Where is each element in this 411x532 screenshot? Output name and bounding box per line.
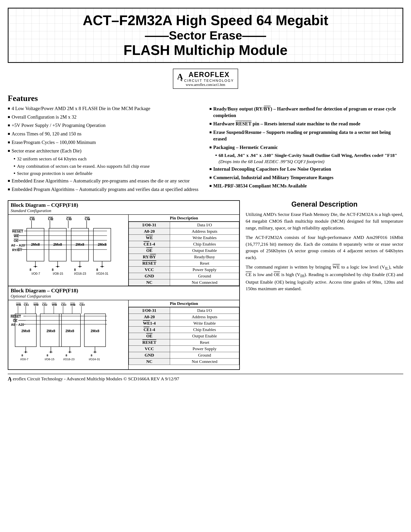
bullet-r5: ■ <box>209 166 212 171</box>
lower-section: Block Diagram – CQFP(F18) Standard Confi… <box>8 200 403 370</box>
block-diagram-1: Block Diagram – CQFP(F18) Standard Confi… <box>8 200 240 286</box>
svg-text:I/O24-31: I/O24-31 <box>89 358 100 361</box>
svg-text:CE: CE <box>42 303 46 306</box>
svg-text:8: 8 <box>21 354 23 357</box>
bullet-7: ■ <box>8 178 10 183</box>
pin-name: A0-20 <box>129 314 170 320</box>
pin-name: WE1-4 <box>129 320 170 327</box>
pin-name: VCC <box>129 266 170 273</box>
bd2-inner: WE 1 CE 1 WE 2 CE 2 WE 3 CE 3 WE 4 <box>8 300 239 369</box>
sub-item-1: ● 32 uniform sectors of 64 Kbytes each <box>14 156 202 162</box>
svg-text:8: 8 <box>91 354 92 357</box>
svg-text:2Mx8: 2Mx8 <box>31 243 40 247</box>
table-row: WE Write Enables <box>129 235 239 241</box>
diagrams-col: Block Diagram – CQFP(F18) Standard Confi… <box>8 200 240 370</box>
bd1-pin-header: Pin Description <box>129 215 239 222</box>
pin-desc: Reset <box>170 260 239 266</box>
feature-item-3: ■ +5V Power Supply / +5V Programing Oper… <box>8 122 202 129</box>
pin-desc: Ready/Busy <box>170 254 239 260</box>
bd2-title: Block Diagram – CQFP(F18) <box>8 286 239 294</box>
sub-bullet-3: ● <box>14 171 16 175</box>
svg-text:WE: WE <box>14 234 19 238</box>
pin-desc: Power Supply <box>170 266 239 273</box>
features-left-col: Features ■ 4 Low Voltage/Power AMD 2M x … <box>8 94 202 195</box>
pin-desc: Address Inputs <box>170 314 239 320</box>
svg-text:2Mx8: 2Mx8 <box>65 329 74 333</box>
table-row: OE Output Enable <box>129 247 239 254</box>
table-row: WE1-4 Write Enable <box>129 320 239 327</box>
pin-name: OE <box>129 333 170 339</box>
pin-name: GND <box>129 352 170 359</box>
block-diagram-2: Block Diagram – CQFP(F18) Optional Confi… <box>8 286 240 370</box>
pin-name: A0-20 <box>129 228 170 235</box>
pin-desc: Data I/O <box>170 307 239 314</box>
title-line2: ——Sector Erase—— <box>14 28 397 42</box>
general-desc-para-3: The command register is written by bring… <box>246 264 403 292</box>
feature-item-r3: ■ Erase Suspend/Resume – Supports readin… <box>209 129 403 142</box>
svg-marker-41 <box>57 266 58 268</box>
bd1-diagram-left: CE 1 CE 2 CE 3 CE 4 RESE <box>8 215 129 286</box>
feature-item-5: ■ Erase/Program Cycles – 100,000 Minimum <box>8 139 202 146</box>
svg-text:8: 8 <box>47 354 48 357</box>
svg-text:8: 8 <box>65 354 67 357</box>
svg-text:8: 8 <box>52 268 54 271</box>
table-row: VCC Power Supply <box>129 346 239 352</box>
svg-text:A0 – A20: A0 – A20 <box>11 244 25 247</box>
svg-text:CE: CE <box>79 303 84 306</box>
sub-item-3: ● Sector group protection is user defina… <box>14 171 202 176</box>
footer-text: eroflex Circuit Technology - Advanced Mu… <box>13 376 179 381</box>
table-row: GND Ground <box>129 273 239 279</box>
svg-text:3: 3 <box>56 304 57 306</box>
logo-url: www.aeroflex.com/act1.htm <box>177 83 234 87</box>
svg-text:2Mx8: 2Mx8 <box>75 243 84 247</box>
bullet-4: ■ <box>8 131 10 136</box>
table-row: RY/BY Ready/Busy <box>129 254 239 260</box>
sub-bullet-2: ● <box>14 164 16 168</box>
bullet-r1: ■ <box>209 106 212 111</box>
table-row: OE Output Enable <box>129 333 239 339</box>
svg-text:4: 4 <box>89 218 90 221</box>
table-row: GND Ground <box>129 352 239 359</box>
table-row: I/O0-31 Data I/O <box>129 222 239 228</box>
table-row: RESET Reset <box>129 260 239 266</box>
svg-text:4: 4 <box>74 304 75 306</box>
svg-text:2Mx8: 2Mx8 <box>21 329 30 333</box>
bd1-svg: CE 1 CE 2 CE 3 CE 4 RESE <box>10 217 126 277</box>
bd1-subtitle: Standard Configuration <box>8 208 239 214</box>
feature-item-6: ■ Sector erase architecture (Each Die) <box>8 148 202 154</box>
pin-desc: Ground <box>170 352 239 359</box>
bullet-5: ■ <box>8 140 10 145</box>
svg-text:3: 3 <box>70 218 72 221</box>
sub-item-2: ● Any combination of sectors can be eras… <box>14 163 202 169</box>
general-desc-para-2: The ACT-F2M32A consists of four high-per… <box>246 234 403 261</box>
feature-item-r2: ■ Hardware RESET pin – Resets internal s… <box>209 121 403 127</box>
table-row: I/O0-31 Data I/O <box>129 307 239 314</box>
svg-text:8: 8 <box>30 268 31 271</box>
svg-marker-116 <box>94 352 96 353</box>
feature-item-r4: ■ Packaging – Hermetic Ceramic <box>209 144 403 151</box>
pin-desc: Not Connected <box>170 279 239 286</box>
pin-name: GND <box>129 273 170 279</box>
pin-name: NC <box>129 359 170 365</box>
general-desc-title: General Description <box>246 200 403 208</box>
bd2-pin-table-area: Pin Description I/O0-31 Data I/O A0-20 A… <box>129 300 239 369</box>
bd1-pin-table: I/O0-31 Data I/O A0-20 Address Inputs WE… <box>129 222 239 286</box>
bd2-diagram-left: WE 1 CE 1 WE 2 CE 2 WE 3 CE 3 WE 4 <box>8 300 129 369</box>
svg-text:CE: CE <box>24 303 28 306</box>
svg-text:CE: CE <box>61 303 65 306</box>
pin-desc: Write Enable <box>170 320 239 327</box>
logo-box: Ą AEROFLEX CIRCUIT TECHNOLOGY www.aerofl… <box>173 69 238 89</box>
svg-text:I/O0-7: I/O0-7 <box>31 272 40 275</box>
svg-text:RESET: RESET <box>11 315 21 318</box>
svg-marker-36 <box>35 266 36 268</box>
pin-desc: Chip Enables <box>170 241 239 247</box>
bullet-r7: ■ <box>209 183 212 189</box>
svg-marker-51 <box>101 266 103 268</box>
svg-marker-106 <box>50 352 52 353</box>
svg-marker-46 <box>79 266 81 268</box>
bullet-r3: ■ <box>209 130 212 135</box>
title-line3: FLASH Multichip Module <box>14 42 397 58</box>
header-logo-area: Ą AEROFLEX CIRCUIT TECHNOLOGY www.aerofl… <box>8 69 403 89</box>
table-row: VCC Power Supply <box>129 266 239 273</box>
svg-text:I/O24-31: I/O24-31 <box>96 272 108 275</box>
